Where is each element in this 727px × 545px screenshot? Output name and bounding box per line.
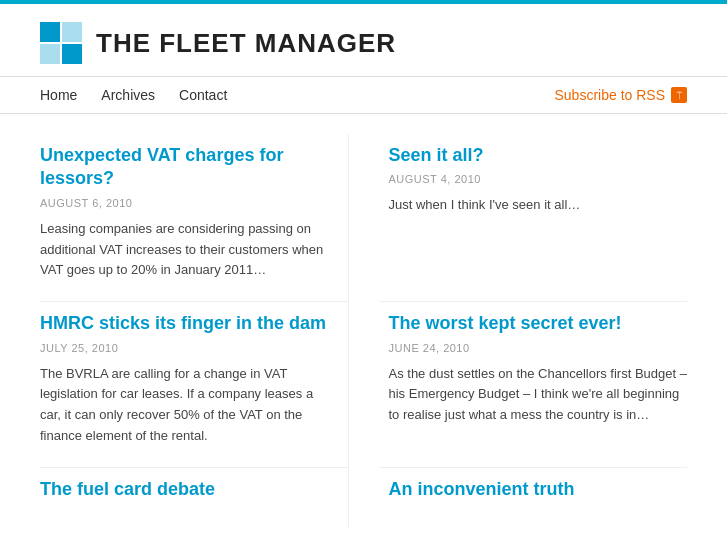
post-2-title[interactable]: Seen it all? bbox=[389, 144, 688, 167]
site-logo bbox=[40, 22, 82, 64]
svg-rect-3 bbox=[62, 44, 82, 64]
post-1: Unexpected VAT charges for lessors? AUGU… bbox=[40, 134, 349, 302]
rss-label: Subscribe to RSS bbox=[555, 87, 666, 103]
post-6: An inconvenient truth bbox=[379, 468, 688, 527]
post-2: Seen it all? AUGUST 4, 2010 Just when I … bbox=[379, 134, 688, 302]
post-2-date: AUGUST 4, 2010 bbox=[389, 173, 688, 185]
post-2-excerpt: Just when I think I've seen it all… bbox=[389, 195, 688, 216]
site-header: THE FLEET MANAGER bbox=[0, 4, 727, 76]
post-4-date: JUNE 24, 2010 bbox=[389, 342, 688, 354]
post-3-title[interactable]: HMRC sticks its finger in the dam bbox=[40, 312, 328, 335]
main-content: Unexpected VAT charges for lessors? AUGU… bbox=[0, 114, 727, 545]
page-wrapper: THE FLEET MANAGER Home Archives Contact … bbox=[0, 4, 727, 545]
post-5: The fuel card debate bbox=[40, 468, 349, 527]
post-4-title[interactable]: The worst kept secret ever! bbox=[389, 312, 688, 335]
svg-rect-1 bbox=[62, 22, 82, 42]
rss-link[interactable]: Subscribe to RSS ⍑ bbox=[555, 87, 688, 103]
nav-contact[interactable]: Contact bbox=[179, 87, 227, 103]
post-3-date: JULY 25, 2010 bbox=[40, 342, 328, 354]
post-3-excerpt: The BVRLA are calling for a change in VA… bbox=[40, 364, 328, 447]
site-title: THE FLEET MANAGER bbox=[96, 28, 396, 59]
post-4-excerpt: As the dust settles on the Chancellors f… bbox=[389, 364, 688, 426]
svg-rect-2 bbox=[40, 44, 60, 64]
post-1-date: AUGUST 6, 2010 bbox=[40, 197, 328, 209]
post-3: HMRC sticks its finger in the dam JULY 2… bbox=[40, 302, 349, 468]
svg-rect-0 bbox=[40, 22, 60, 42]
post-6-title[interactable]: An inconvenient truth bbox=[389, 478, 688, 501]
post-1-title[interactable]: Unexpected VAT charges for lessors? bbox=[40, 144, 328, 191]
rss-icon: ⍑ bbox=[671, 87, 687, 103]
post-4: The worst kept secret ever! JUNE 24, 201… bbox=[379, 302, 688, 468]
post-5-title[interactable]: The fuel card debate bbox=[40, 478, 328, 501]
nav-links: Home Archives Contact bbox=[40, 87, 555, 103]
nav-archives[interactable]: Archives bbox=[101, 87, 155, 103]
nav-bar: Home Archives Contact Subscribe to RSS ⍑ bbox=[0, 76, 727, 114]
post-1-excerpt: Leasing companies are considering passin… bbox=[40, 219, 328, 281]
nav-home[interactable]: Home bbox=[40, 87, 77, 103]
